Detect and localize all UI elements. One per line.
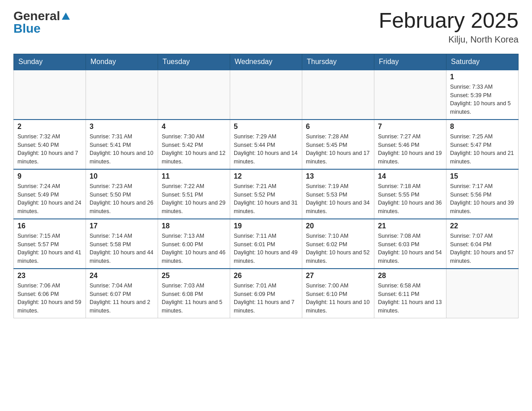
day-number: 7 — [378, 123, 442, 131]
logo-blue-text: Blue — [13, 21, 41, 36]
calendar-cell: 25Sunrise: 7:03 AMSunset: 6:08 PMDayligh… — [158, 269, 230, 318]
day-info: Sunrise: 7:14 AMSunset: 5:58 PMDaylight:… — [90, 232, 154, 265]
day-number: 1 — [450, 73, 515, 81]
weekday-header-monday: Monday — [86, 54, 158, 70]
day-info: Sunrise: 7:24 AMSunset: 5:49 PMDaylight:… — [17, 182, 82, 216]
weekday-header-sunday: Sunday — [14, 54, 86, 70]
day-info: Sunrise: 7:17 AMSunset: 5:56 PMDaylight:… — [450, 182, 515, 216]
month-title: February 2025 — [379, 9, 519, 33]
day-info: Sunrise: 7:06 AMSunset: 6:06 PMDaylight:… — [17, 282, 82, 315]
calendar-cell: 4Sunrise: 7:30 AMSunset: 5:42 PMDaylight… — [158, 120, 230, 169]
calendar-cell: 9Sunrise: 7:24 AMSunset: 5:49 PMDaylight… — [14, 169, 86, 219]
day-number: 23 — [17, 272, 82, 280]
calendar-cell: 7Sunrise: 7:27 AMSunset: 5:46 PMDaylight… — [374, 120, 446, 169]
calendar-cell — [374, 70, 446, 120]
day-number: 15 — [450, 172, 515, 180]
day-info: Sunrise: 7:33 AMSunset: 5:39 PMDaylight:… — [450, 83, 515, 116]
calendar-cell: 5Sunrise: 7:29 AMSunset: 5:44 PMDaylight… — [230, 120, 302, 169]
day-number: 28 — [378, 272, 442, 280]
weekday-header-saturday: Saturday — [446, 54, 519, 70]
weekday-header-wednesday: Wednesday — [230, 54, 302, 70]
day-info: Sunrise: 7:10 AMSunset: 6:02 PMDaylight:… — [306, 232, 370, 265]
calendar-cell: 15Sunrise: 7:17 AMSunset: 5:56 PMDayligh… — [446, 169, 519, 219]
day-info: Sunrise: 7:21 AMSunset: 5:52 PMDaylight:… — [234, 182, 298, 216]
day-number: 5 — [234, 123, 298, 131]
calendar-week-row: 2Sunrise: 7:32 AMSunset: 5:40 PMDaylight… — [14, 120, 519, 169]
day-number: 4 — [162, 123, 226, 131]
day-info: Sunrise: 7:01 AMSunset: 6:09 PMDaylight:… — [234, 282, 298, 315]
logo-triangle-icon — [62, 13, 70, 21]
page-header: General Blue February 2025 Kilju, North … — [13, 9, 519, 45]
calendar-cell: 27Sunrise: 7:00 AMSunset: 6:10 PMDayligh… — [302, 269, 374, 318]
day-number: 10 — [90, 172, 154, 180]
svg-marker-0 — [62, 13, 70, 20]
day-number: 18 — [162, 222, 226, 230]
calendar-cell: 17Sunrise: 7:14 AMSunset: 5:58 PMDayligh… — [86, 219, 158, 269]
title-section: February 2025 Kilju, North Korea — [379, 9, 519, 45]
day-info: Sunrise: 7:23 AMSunset: 5:50 PMDaylight:… — [90, 182, 154, 216]
calendar-week-row: 16Sunrise: 7:15 AMSunset: 5:57 PMDayligh… — [14, 219, 519, 269]
calendar-cell: 26Sunrise: 7:01 AMSunset: 6:09 PMDayligh… — [230, 269, 302, 318]
location: Kilju, North Korea — [379, 34, 519, 45]
calendar-cell — [230, 70, 302, 120]
calendar-cell: 10Sunrise: 7:23 AMSunset: 5:50 PMDayligh… — [86, 169, 158, 219]
day-info: Sunrise: 7:22 AMSunset: 5:51 PMDaylight:… — [162, 182, 226, 216]
calendar-cell: 6Sunrise: 7:28 AMSunset: 5:45 PMDaylight… — [302, 120, 374, 169]
calendar-cell: 23Sunrise: 7:06 AMSunset: 6:06 PMDayligh… — [14, 269, 86, 318]
day-info: Sunrise: 7:31 AMSunset: 5:41 PMDaylight:… — [90, 133, 154, 166]
calendar-cell — [86, 70, 158, 120]
calendar-week-row: 1Sunrise: 7:33 AMSunset: 5:39 PMDaylight… — [14, 70, 519, 120]
day-info: Sunrise: 7:29 AMSunset: 5:44 PMDaylight:… — [234, 133, 298, 166]
day-number: 8 — [450, 123, 515, 131]
calendar-cell: 16Sunrise: 7:15 AMSunset: 5:57 PMDayligh… — [14, 219, 86, 269]
calendar-cell: 14Sunrise: 7:18 AMSunset: 5:55 PMDayligh… — [374, 169, 446, 219]
day-number: 27 — [306, 272, 370, 280]
day-number: 26 — [234, 272, 298, 280]
day-number: 9 — [17, 172, 82, 180]
day-number: 3 — [90, 123, 154, 131]
calendar-week-row: 23Sunrise: 7:06 AMSunset: 6:06 PMDayligh… — [14, 269, 519, 318]
calendar-cell: 22Sunrise: 7:07 AMSunset: 6:04 PMDayligh… — [446, 219, 519, 269]
calendar-cell — [14, 70, 86, 120]
calendar-table: SundayMondayTuesdayWednesdayThursdayFrid… — [13, 54, 519, 318]
day-info: Sunrise: 7:30 AMSunset: 5:42 PMDaylight:… — [162, 133, 226, 166]
day-info: Sunrise: 7:15 AMSunset: 5:57 PMDaylight:… — [17, 232, 82, 265]
calendar-cell — [446, 269, 519, 318]
calendar-cell: 19Sunrise: 7:11 AMSunset: 6:01 PMDayligh… — [230, 219, 302, 269]
calendar-cell: 12Sunrise: 7:21 AMSunset: 5:52 PMDayligh… — [230, 169, 302, 219]
day-info: Sunrise: 7:00 AMSunset: 6:10 PMDaylight:… — [306, 282, 370, 315]
calendar-cell: 1Sunrise: 7:33 AMSunset: 5:39 PMDaylight… — [446, 70, 519, 120]
calendar-cell: 3Sunrise: 7:31 AMSunset: 5:41 PMDaylight… — [86, 120, 158, 169]
day-info: Sunrise: 7:03 AMSunset: 6:08 PMDaylight:… — [162, 282, 226, 315]
calendar-cell: 21Sunrise: 7:08 AMSunset: 6:03 PMDayligh… — [374, 219, 446, 269]
calendar-cell: 24Sunrise: 7:04 AMSunset: 6:07 PMDayligh… — [86, 269, 158, 318]
weekday-header-friday: Friday — [374, 54, 446, 70]
weekday-header-thursday: Thursday — [302, 54, 374, 70]
day-number: 20 — [306, 222, 370, 230]
calendar-cell: 28Sunrise: 6:58 AMSunset: 6:11 PMDayligh… — [374, 269, 446, 318]
calendar-cell: 2Sunrise: 7:32 AMSunset: 5:40 PMDaylight… — [14, 120, 86, 169]
logo: General Blue — [13, 9, 70, 36]
day-number: 25 — [162, 272, 226, 280]
weekday-header-tuesday: Tuesday — [158, 54, 230, 70]
day-info: Sunrise: 7:27 AMSunset: 5:46 PMDaylight:… — [378, 133, 442, 166]
calendar-cell: 18Sunrise: 7:13 AMSunset: 6:00 PMDayligh… — [158, 219, 230, 269]
day-number: 11 — [162, 172, 226, 180]
calendar-cell: 13Sunrise: 7:19 AMSunset: 5:53 PMDayligh… — [302, 169, 374, 219]
day-info: Sunrise: 7:28 AMSunset: 5:45 PMDaylight:… — [306, 133, 370, 166]
day-info: Sunrise: 7:25 AMSunset: 5:47 PMDaylight:… — [450, 133, 515, 166]
day-info: Sunrise: 7:11 AMSunset: 6:01 PMDaylight:… — [234, 232, 298, 265]
day-info: Sunrise: 7:07 AMSunset: 6:04 PMDaylight:… — [450, 232, 515, 265]
day-number: 12 — [234, 172, 298, 180]
day-number: 13 — [306, 172, 370, 180]
calendar-cell — [158, 70, 230, 120]
day-info: Sunrise: 7:04 AMSunset: 6:07 PMDaylight:… — [90, 282, 154, 315]
day-info: Sunrise: 7:08 AMSunset: 6:03 PMDaylight:… — [378, 232, 442, 265]
day-number: 22 — [450, 222, 515, 230]
weekday-header-row: SundayMondayTuesdayWednesdayThursdayFrid… — [14, 54, 519, 70]
calendar-cell: 11Sunrise: 7:22 AMSunset: 5:51 PMDayligh… — [158, 169, 230, 219]
day-info: Sunrise: 7:19 AMSunset: 5:53 PMDaylight:… — [306, 182, 370, 216]
day-info: Sunrise: 6:58 AMSunset: 6:11 PMDaylight:… — [378, 282, 442, 315]
calendar-cell: 8Sunrise: 7:25 AMSunset: 5:47 PMDaylight… — [446, 120, 519, 169]
day-number: 24 — [90, 272, 154, 280]
